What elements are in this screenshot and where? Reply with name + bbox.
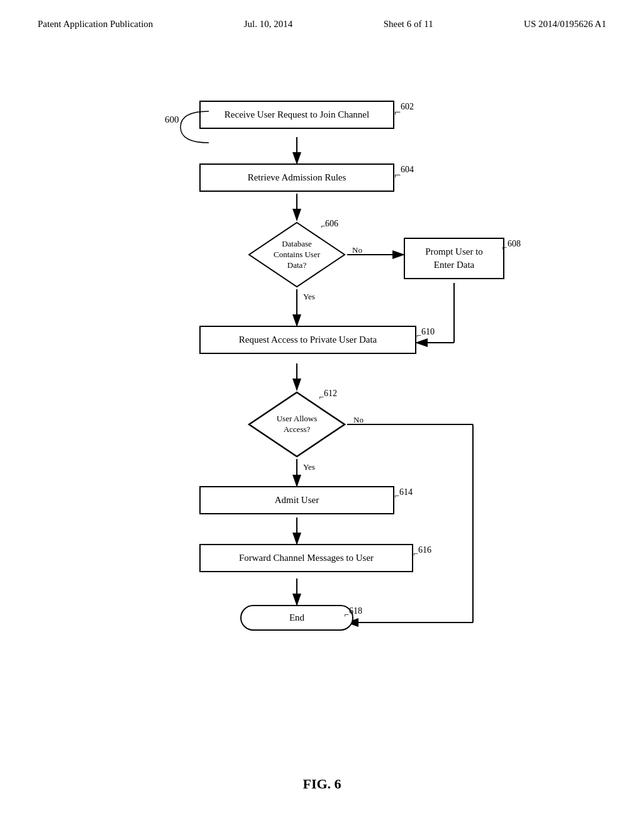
node-612: User AllowsAccess? [247,390,347,459]
node-614: Admit User [199,486,394,514]
bracket-608: ⌐ [502,243,507,253]
ref-614: 614 [399,487,413,497]
bracket-612: ⌐ [319,392,324,402]
node-602: Receive User Request to Join Channel [199,101,394,129]
label-yes-612: Yes [303,462,315,472]
node-616: Forward Channel Messages to User [199,544,413,572]
header-sheet: Sheet 6 of 11 [384,19,433,30]
bracket-618: ⌐ [344,610,349,620]
header-center-date: Jul. 10, 2014 [244,19,293,30]
bracket-606: ⌐ [321,221,326,231]
bracket-602: ⌐ [394,106,401,119]
ref-612: 612 [324,389,337,399]
svg-marker-14 [249,223,345,287]
bracket-616: ⌐ [413,549,418,559]
figure-label: FIG. 6 [303,776,341,792]
ref-610: 610 [421,327,435,337]
node-604: Retrieve Admission Rules [199,163,394,192]
node-608: Prompt User to Enter Data [404,238,504,279]
header-left: Patent Application Publication [38,19,153,30]
ref-608: 608 [508,239,521,249]
node-610: Request Access to Private User Data [199,326,416,354]
svg-marker-15 [249,392,345,456]
ref-604: 604 [401,165,414,175]
node-618: End [240,605,353,631]
ref-618: 618 [349,606,362,616]
label-no-612: No [353,415,364,425]
bracket-604: ⌐ [394,169,401,182]
bracket-614: ⌐ [394,491,399,501]
bracket-610: ⌐ [416,331,421,341]
label-yes-606: Yes [303,292,315,302]
label-no-606: No [352,245,362,255]
ref-616: 616 [418,545,431,555]
header-patent: US 2014/0195626 A1 [524,19,606,30]
page-header: Patent Application Publication Jul. 10, … [0,0,644,30]
bracket-600 [174,108,212,148]
ref-606: 606 [325,219,338,229]
ref-602: 602 [401,102,414,112]
node-606: DatabaseContains UserData? [247,220,347,289]
